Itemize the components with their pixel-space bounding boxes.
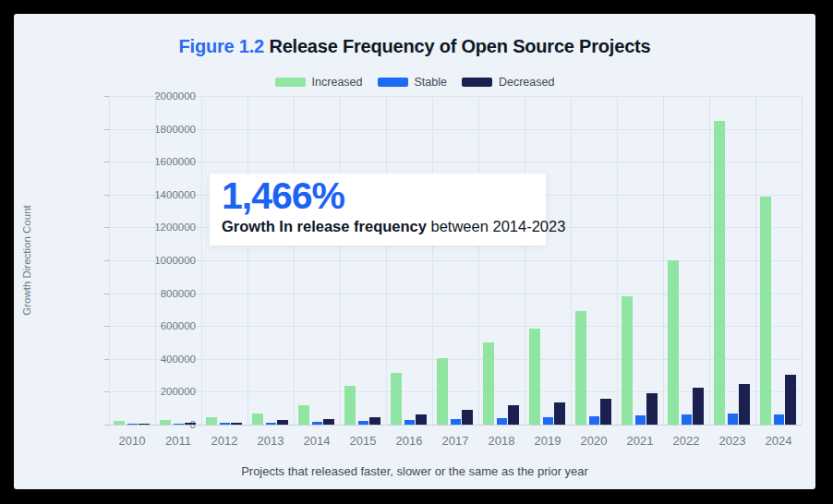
- x-tick-label: 2024: [755, 434, 802, 448]
- bar-decreased-2020: [600, 399, 611, 425]
- bar-decreased-2017: [462, 410, 473, 425]
- plot-area: 0200000400000600000800000100000012000001…: [109, 96, 802, 425]
- bar-group-2013: 2013: [247, 96, 294, 425]
- y-axis-label: Growth Direction Count: [21, 159, 32, 362]
- x-tick-label: 2021: [617, 434, 663, 448]
- bar-group-2016: 2016: [386, 96, 432, 425]
- bar-decreased-2015: [369, 417, 380, 425]
- bar-group-2014: 2014: [294, 96, 340, 425]
- bar-group-2022: 2022: [663, 96, 709, 425]
- bar-stable-2023: [728, 414, 738, 425]
- x-tick-label: 2014: [294, 434, 340, 448]
- bar-group-2023: 2023: [709, 96, 755, 425]
- legend-label: Stable: [415, 76, 447, 89]
- bar-decreased-2022: [693, 388, 704, 425]
- x-tick-label: 2015: [340, 434, 386, 448]
- bar-group-2010: 2010: [109, 96, 155, 425]
- bar-decreased-2018: [508, 405, 519, 425]
- bar-group-2017: 2017: [432, 96, 478, 425]
- legend-item-stable: Stable: [378, 76, 447, 89]
- bar-group-2024: 2024: [755, 96, 802, 425]
- bar-increased-2012: [206, 417, 217, 425]
- callout-box: 1,466% Growth In release frequency betwe…: [210, 174, 546, 246]
- callout-text-bold: Growth In release frequency: [222, 218, 427, 234]
- legend-item-decreased: Decreased: [462, 76, 554, 89]
- bar-decreased-2021: [646, 393, 658, 425]
- callout-text: Growth In release frequency between 2014…: [222, 218, 565, 235]
- figure-title-text: Release Frequency of Open Source Project…: [264, 36, 650, 56]
- legend-label: Decreased: [499, 76, 554, 89]
- x-tick-label: 2019: [525, 434, 571, 448]
- legend-label: Increased: [312, 76, 363, 89]
- bar-stable-2019: [543, 417, 553, 425]
- bar-group-2015: 2015: [340, 96, 386, 425]
- bar-increased-2018: [483, 342, 494, 425]
- x-tick-label: 2016: [386, 434, 432, 448]
- bar-stable-2020: [589, 416, 599, 425]
- bar-decreased-2024: [785, 375, 796, 425]
- x-tick-label: 2020: [571, 434, 617, 448]
- figure-title: Figure 1.2 Release Frequency of Open Sou…: [14, 36, 815, 57]
- bar-group-2019: 2019: [525, 96, 571, 425]
- callout-value: 1,466%: [222, 174, 344, 218]
- x-tick-label: 2023: [709, 434, 755, 448]
- bar-group-2018: 2018: [478, 96, 525, 425]
- chart-caption: Projects that released faster, slower or…: [14, 464, 815, 478]
- x-tick-label: 2022: [663, 434, 709, 448]
- x-tick-label: 2011: [155, 434, 201, 448]
- bar-increased-2016: [391, 373, 402, 425]
- chart-legend: IncreasedStableDecreased: [14, 76, 815, 89]
- gridline-vertical: [802, 96, 803, 425]
- bar-increased-2017: [437, 358, 448, 425]
- bar-increased-2013: [252, 414, 263, 425]
- x-axis-line: [109, 425, 802, 426]
- bar-increased-2024: [760, 197, 771, 425]
- x-tick-label: 2018: [478, 434, 525, 448]
- bar-increased-2019: [529, 329, 540, 425]
- x-tick-label: 2013: [247, 434, 294, 448]
- legend-item-increased: Increased: [275, 76, 363, 89]
- callout-text-regular: between 2014-2023: [427, 218, 565, 234]
- bar-decreased-2016: [416, 414, 427, 425]
- figure-label: Figure 1.2: [179, 36, 264, 56]
- x-tick-label: 2012: [201, 434, 247, 448]
- bar-increased-2020: [575, 311, 586, 425]
- bar-increased-2015: [344, 386, 356, 425]
- bar-group-2011: 2011: [155, 96, 201, 425]
- bar-stable-2022: [682, 414, 692, 425]
- bar-stable-2024: [774, 414, 784, 425]
- bar-decreased-2023: [739, 384, 750, 425]
- bar-stable-2021: [635, 415, 646, 425]
- legend-swatch-decreased: [462, 78, 492, 87]
- x-tick-label: 2010: [109, 434, 155, 448]
- bar-group-2012: 2012: [201, 96, 247, 425]
- legend-swatch-stable: [378, 78, 408, 87]
- bar-group-2021: 2021: [617, 96, 663, 425]
- bar-stable-2018: [497, 418, 507, 425]
- bar-increased-2014: [298, 405, 309, 425]
- bar-decreased-2019: [554, 402, 565, 425]
- legend-swatch-increased: [275, 78, 306, 87]
- bar-increased-2021: [622, 296, 633, 425]
- bar-increased-2022: [668, 260, 679, 425]
- x-tick-label: 2017: [432, 434, 478, 448]
- bar-group-2020: 2020: [571, 96, 617, 425]
- bar-increased-2023: [714, 121, 725, 425]
- chart-card: Figure 1.2 Release Frequency of Open Sou…: [14, 14, 815, 489]
